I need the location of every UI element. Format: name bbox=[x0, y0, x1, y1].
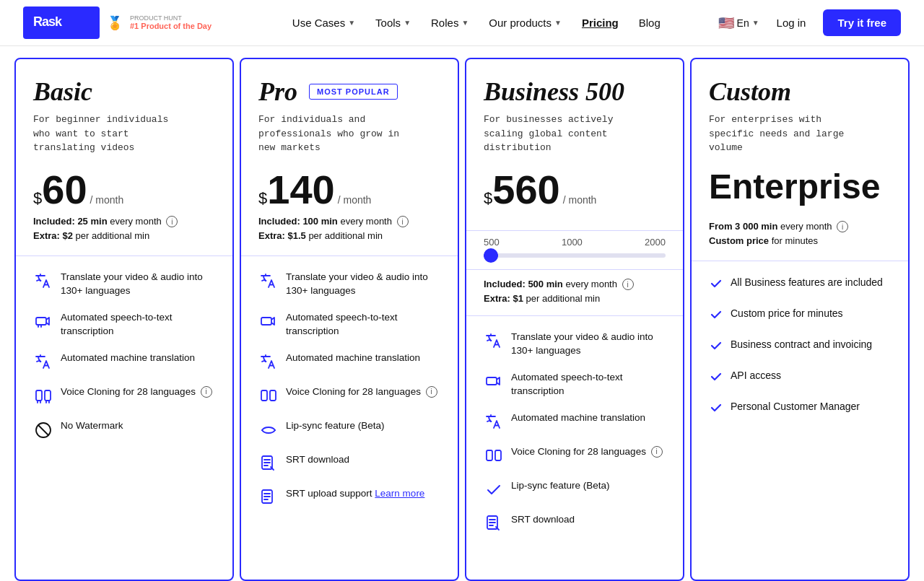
login-button[interactable]: Log in bbox=[768, 11, 815, 35]
chevron-down-icon: ▼ bbox=[752, 19, 759, 27]
srt-icon bbox=[258, 454, 279, 474]
pro-price-amount: 140 bbox=[267, 170, 334, 210]
basic-price-period: / month bbox=[90, 194, 124, 206]
lipsync-icon bbox=[258, 420, 279, 440]
feature-machine-translate-text: Automated machine translation bbox=[61, 351, 195, 365]
pro-plan-title: Pro bbox=[258, 77, 297, 107]
check-icon bbox=[709, 276, 723, 294]
translate-icon bbox=[484, 331, 504, 351]
basic-price-dollar: $ bbox=[33, 189, 42, 208]
business-feature-machine-text: Automated machine translation bbox=[511, 411, 645, 425]
pro-included: Included: 100 min every month i bbox=[258, 216, 440, 228]
custom-plan-title: Custom bbox=[709, 77, 891, 107]
basic-included: Included: 25 min every month i bbox=[33, 216, 215, 228]
custom-included: From 3 000 min every month i bbox=[709, 221, 891, 233]
basic-plan-subtitle: For beginner individualswho want to star… bbox=[33, 113, 215, 155]
svg-rect-4 bbox=[45, 390, 51, 401]
voice-icon bbox=[258, 386, 279, 406]
check-icon bbox=[709, 401, 723, 418]
business-feature-srt-text: SRT download bbox=[511, 513, 575, 527]
translate-icon bbox=[33, 271, 53, 292]
nav-use-cases[interactable]: Use Cases ▼ bbox=[284, 11, 364, 35]
business-plan-title: Business 500 bbox=[484, 77, 666, 107]
custom-feature-api: API access bbox=[709, 369, 891, 387]
pro-feature-lipsync: Lip-sync feature (Beta) bbox=[258, 419, 440, 440]
custom-extra: Custom price for minutes bbox=[709, 235, 891, 246]
info-icon[interactable]: i bbox=[651, 446, 663, 458]
feature-voice-cloning: Voice Cloning for 28 languages i bbox=[33, 385, 215, 406]
slider-label-2000: 2000 bbox=[645, 237, 666, 248]
basic-extra: Extra: $2 per additional min bbox=[33, 230, 215, 241]
speech-icon bbox=[258, 312, 279, 332]
pro-feature-speech-text: Automated speech-to-text transcription bbox=[286, 311, 440, 338]
slider-label-1000: 1000 bbox=[562, 237, 583, 248]
pro-price-dollar: $ bbox=[258, 189, 267, 208]
svg-rect-2 bbox=[36, 318, 46, 325]
business-feature-speech-text: Automated speech-to-text transcription bbox=[511, 371, 666, 398]
voice-icon bbox=[484, 446, 504, 466]
info-icon[interactable]: i bbox=[622, 279, 634, 290]
svg-rect-14 bbox=[495, 450, 501, 460]
info-icon[interactable]: i bbox=[837, 221, 848, 232]
slider-thumb[interactable] bbox=[484, 248, 498, 263]
svg-line-6 bbox=[38, 425, 48, 435]
nav-pricing[interactable]: Pricing bbox=[573, 11, 627, 35]
ph-title: #1 Product of the Day bbox=[130, 22, 212, 31]
nav-roles[interactable]: Roles ▼ bbox=[422, 11, 477, 35]
svg-rect-13 bbox=[487, 450, 492, 460]
nav-tools[interactable]: Tools ▼ bbox=[367, 11, 419, 35]
srt-icon bbox=[484, 514, 504, 534]
info-icon[interactable]: i bbox=[426, 386, 437, 398]
custom-feature-all-business-text: All Business features are included bbox=[731, 276, 883, 290]
business-price-row: $ 560 / month bbox=[484, 170, 666, 210]
info-icon[interactable]: i bbox=[201, 386, 212, 398]
basic-price-amount: 60 bbox=[42, 170, 87, 210]
custom-plan-header: Custom For enterprises withspecific need… bbox=[692, 59, 908, 261]
business-features: Translate your video & audio into 130+ l… bbox=[466, 316, 683, 580]
feature-machine-translate: Automated machine translation bbox=[33, 351, 215, 372]
slider-track[interactable] bbox=[484, 253, 666, 258]
basic-plan-header: Basic For beginner individualswho want t… bbox=[16, 59, 232, 256]
speech-icon bbox=[33, 312, 53, 332]
custom-plan-card: Custom For enterprises withspecific need… bbox=[690, 58, 910, 581]
custom-feature-contract: Business contract and invoicing bbox=[709, 338, 891, 356]
feature-translate-text: Translate your video & audio into 130+ l… bbox=[61, 271, 215, 298]
pro-feature-srt-upload: SRT upload support Learn more bbox=[258, 487, 440, 508]
custom-plan-subtitle: For enterprises withspecific needs and l… bbox=[709, 113, 891, 155]
info-icon[interactable]: i bbox=[397, 216, 409, 227]
business-plan-card: Business 500 For businesses activelyscal… bbox=[465, 58, 684, 581]
try-free-button[interactable]: Try it free bbox=[823, 9, 901, 36]
pro-extra: Extra: $1.5 per additional min bbox=[258, 230, 440, 241]
pro-feature-srt-upload-text: SRT upload support Learn more bbox=[286, 487, 424, 501]
learn-more-link[interactable]: Learn more bbox=[375, 488, 424, 499]
feature-no-watermark-text: No Watermark bbox=[61, 419, 123, 433]
check-icon bbox=[709, 370, 723, 387]
feature-voice-text: Voice Cloning for 28 languages i bbox=[61, 385, 212, 399]
business-feature-lipsync: Lip-sync feature (Beta) bbox=[484, 479, 666, 500]
pro-feature-machine-text: Automated machine translation bbox=[286, 351, 420, 365]
product-hunt-badge: PRODUCT HUNT #1 Product of the Day bbox=[130, 14, 212, 32]
custom-feature-manager-text: Personal Customer Manager bbox=[731, 400, 860, 414]
speech-icon bbox=[484, 372, 504, 392]
business-price-period: / month bbox=[563, 194, 597, 206]
basic-price-row: $ 60 / month bbox=[33, 170, 215, 210]
business-feature-voice: Voice Cloning for 28 languages i bbox=[484, 445, 666, 466]
feature-no-watermark: No Watermark bbox=[33, 419, 215, 440]
machine-translate-icon bbox=[258, 352, 279, 372]
business-price-amount: 560 bbox=[492, 170, 559, 210]
chevron-down-icon: ▼ bbox=[554, 19, 562, 27]
pro-feature-translate-text: Translate your video & audio into 130+ l… bbox=[286, 271, 440, 298]
check-icon bbox=[709, 338, 723, 356]
navbar: Rask 🏅 PRODUCT HUNT #1 Product of the Da… bbox=[0, 0, 924, 46]
product-hunt-medal: 🏅 bbox=[107, 15, 123, 31]
nav-our-products[interactable]: Our products ▼ bbox=[480, 11, 570, 35]
voice-clone-icon bbox=[33, 386, 53, 406]
nav-blog[interactable]: Blog bbox=[630, 11, 669, 35]
basic-features: Translate your video & audio into 130+ l… bbox=[16, 256, 232, 580]
flag-icon: 🇺🇸 bbox=[718, 15, 734, 31]
svg-rect-3 bbox=[36, 390, 42, 401]
logo[interactable]: Rask 🏅 PRODUCT HUNT #1 Product of the Da… bbox=[23, 6, 212, 39]
language-selector[interactable]: 🇺🇸 En ▼ bbox=[718, 15, 759, 31]
feature-translate-video: Translate your video & audio into 130+ l… bbox=[33, 271, 215, 298]
info-icon[interactable]: i bbox=[166, 216, 178, 227]
